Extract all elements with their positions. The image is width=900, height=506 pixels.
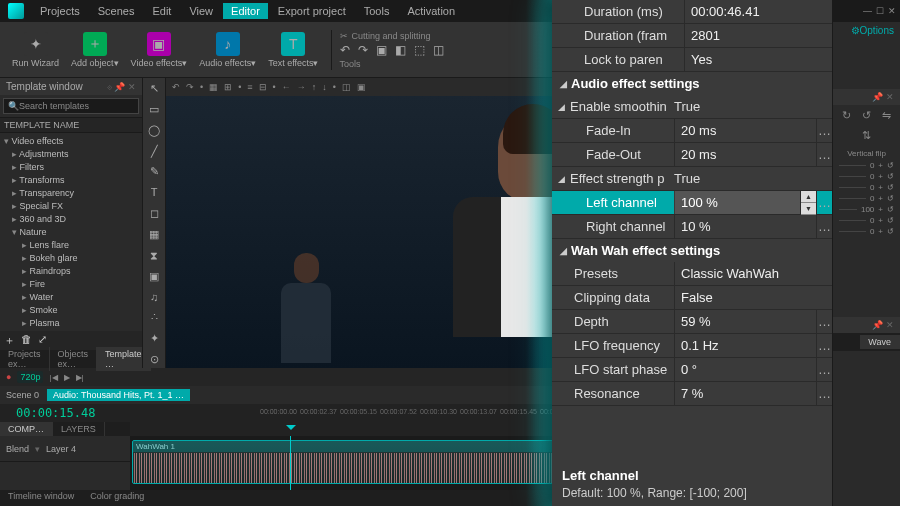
menu-tools[interactable]: Tools (356, 3, 398, 19)
arrow-icon[interactable]: → (297, 82, 306, 92)
reset-icon[interactable]: ↺ (887, 205, 894, 214)
tree-item[interactable]: Water (0, 291, 142, 304)
more-button[interactable]: … (816, 143, 832, 166)
tree-item[interactable]: Adjustments (0, 148, 142, 161)
tree-item[interactable]: Bokeh glare (0, 252, 142, 265)
tooltip-icon[interactable]: ◻ (146, 207, 162, 222)
more-button[interactable]: … (816, 119, 832, 142)
shape-icon[interactable]: ◯ (146, 124, 162, 139)
spinner-control[interactable]: ▲▼ (800, 191, 816, 215)
arrow-icon[interactable]: ↓ (322, 82, 327, 92)
flip-horizontal-icon[interactable]: ⇋ (880, 109, 894, 123)
rotate-icon[interactable]: ↻ (840, 109, 854, 123)
spray-icon[interactable]: ∴ (146, 311, 162, 326)
align-icon[interactable]: ⊟ (259, 82, 267, 92)
menu-view[interactable]: View (181, 3, 221, 19)
reset-icon[interactable]: ↺ (887, 194, 894, 203)
tree-item[interactable]: Transforms (0, 174, 142, 187)
enable-smoothing-row[interactable]: ◢Enable smoothinTrue (552, 95, 832, 119)
tab-objects-explorer[interactable]: Objects ex… (50, 347, 98, 371)
record-icon[interactable]: ● (6, 372, 11, 382)
tab-color-grading[interactable]: Color grading (82, 490, 152, 506)
more-button[interactable]: … (816, 215, 832, 238)
tree-item[interactable]: Smoke (0, 304, 142, 317)
audio-track-tab[interactable]: Audio: Thousand Hits, Pt. 1_1 … (47, 389, 190, 401)
menu-scenes[interactable]: Scenes (90, 3, 143, 19)
tool-icon[interactable]: ↶ (340, 43, 350, 57)
align-icon[interactable]: ≡ (247, 82, 252, 92)
prev-frame-button[interactable]: |◀ (49, 373, 57, 382)
tool-icon[interactable]: ◧ (395, 43, 406, 57)
rect-icon[interactable]: ▭ (146, 103, 162, 118)
audio-effects-button[interactable]: ♪Audio effects▾ (195, 30, 260, 70)
template-tree[interactable]: Video effectsAdjustmentsFiltersTransform… (0, 133, 142, 331)
tab-timeline-window[interactable]: Timeline window (0, 490, 82, 506)
media-icon[interactable]: ▣ (146, 270, 162, 285)
search-templates-input[interactable]: 🔍 Search templates (3, 98, 139, 114)
more-button[interactable]: … (816, 334, 832, 357)
section-wahwah[interactable]: Wah Wah effect settings (552, 239, 832, 262)
resolution-selector[interactable]: 720p (17, 371, 43, 383)
text-effects-button[interactable]: TText effects▾ (264, 30, 322, 70)
menu-activation[interactable]: Activation (399, 3, 463, 19)
pin-icon[interactable]: ⟐ 📌 ✕ (107, 82, 136, 92)
menu-export[interactable]: Export project (270, 3, 354, 19)
add-object-button[interactable]: ＋Add object▾ (67, 30, 123, 70)
tree-item[interactable]: Video effects (0, 135, 142, 148)
tree-item[interactable]: Fire (0, 278, 142, 291)
tool-icon[interactable]: ▣ (376, 43, 387, 57)
undo-icon[interactable]: ↶ (172, 82, 180, 92)
options-link[interactable]: ⚙Options (833, 22, 900, 39)
reset-icon[interactable]: ↺ (887, 161, 894, 170)
more-button[interactable]: … (816, 382, 832, 405)
tool-icon[interactable]: ⬚ (414, 43, 425, 57)
add-template-button[interactable]: ＋ (4, 333, 15, 348)
close-button[interactable]: ✕ (888, 6, 896, 16)
tree-item[interactable]: Nature (0, 226, 142, 239)
redo-icon[interactable]: ↷ (186, 82, 194, 92)
tab-comp[interactable]: COMP… (0, 422, 53, 436)
scissors-icon[interactable]: ✂ (340, 31, 348, 41)
tree-item[interactable]: Transparency (0, 187, 142, 200)
reset-icon[interactable]: ↺ (887, 172, 894, 181)
text-icon[interactable]: T (146, 186, 162, 201)
run-wizard-button[interactable]: ✦Run Wizard (8, 30, 63, 70)
tab-projects-explorer[interactable]: Projects ex… (0, 347, 50, 371)
picker-icon[interactable]: ⊙ (146, 353, 162, 368)
tree-item[interactable]: Plasma (0, 317, 142, 330)
more-button[interactable]: … (816, 310, 832, 333)
pen-icon[interactable]: ✎ (146, 165, 162, 180)
tree-item[interactable]: 360 and 3D (0, 213, 142, 226)
effect-strength-row[interactable]: ◢Effect strength pTrue (552, 167, 832, 191)
cursor-icon[interactable]: ↖ (146, 82, 162, 97)
layer-icon[interactable]: ▣ (357, 82, 366, 92)
video-effects-button[interactable]: ▣Video effects▾ (127, 30, 192, 70)
arrow-icon[interactable]: ← (282, 82, 291, 92)
left-channel-row[interactable]: Left channel100 %▲▼… (552, 191, 832, 215)
counter-icon[interactable]: ⧗ (146, 249, 162, 264)
reset-icon[interactable]: ↺ (887, 216, 894, 225)
arrow-icon[interactable]: ↑ (312, 82, 317, 92)
minimize-button[interactable]: — (863, 6, 872, 16)
flip-vertical-icon[interactable]: ⇅ (860, 129, 874, 143)
reset-icon[interactable]: ↺ (887, 227, 894, 236)
audio-icon[interactable]: ♫ (146, 291, 162, 306)
section-audio-effect[interactable]: Audio effect settings (552, 72, 832, 95)
chart-icon[interactable]: ▦ (146, 228, 162, 243)
remove-template-button[interactable]: 🗑 (21, 333, 32, 348)
expand-icon[interactable]: ⤢ (38, 333, 47, 348)
tool-icon[interactable]: ◫ (433, 43, 444, 57)
snap-icon[interactable]: ⊞ (224, 82, 232, 92)
play-button[interactable]: ▶ (64, 373, 70, 382)
tree-item[interactable]: Lens flare (0, 239, 142, 252)
more-button[interactable]: … (816, 191, 832, 214)
next-frame-button[interactable]: ▶| (76, 373, 84, 382)
tree-item[interactable]: Special FX (0, 200, 142, 213)
menu-edit[interactable]: Edit (144, 3, 179, 19)
tree-item[interactable]: Filters (0, 161, 142, 174)
grid-icon[interactable]: ▦ (209, 82, 218, 92)
template-column-header[interactable]: TEMPLATE NAME (0, 117, 142, 133)
more-button[interactable]: … (816, 358, 832, 381)
menu-editor[interactable]: Editor (223, 3, 268, 19)
playhead[interactable] (290, 436, 291, 490)
